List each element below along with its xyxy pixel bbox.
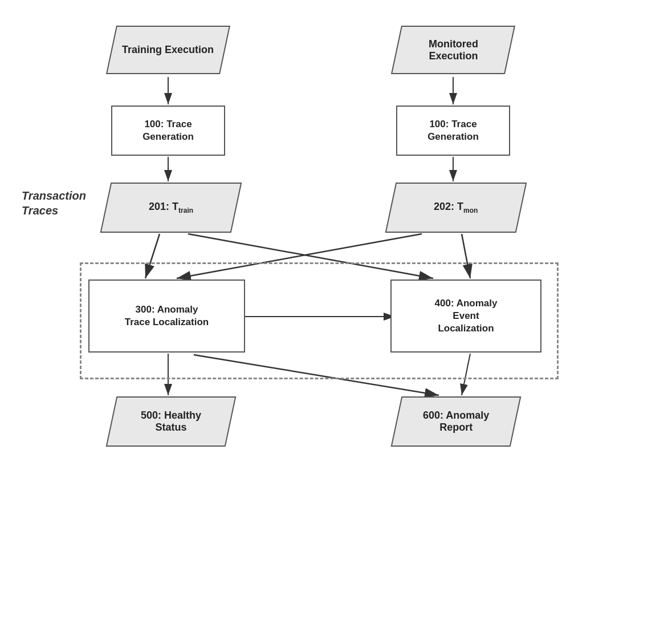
monitored-execution-label: MonitoredExecution (429, 38, 478, 62)
training-execution-node: Training Execution (106, 26, 230, 74)
trace-generation-left-label: 100: TraceGeneration (142, 118, 194, 143)
t-train-node: 201: Ttrain (100, 183, 242, 233)
diagram: Training Execution MonitoredExecution 10… (0, 0, 672, 644)
t-mon-node: 202: Tmon (385, 183, 527, 233)
healthy-status-label: 500: HealthyStatus (141, 410, 201, 434)
anomaly-event-localization-label: 400: AnomalyEventLocalization (435, 297, 498, 335)
transaction-traces-label: TransactionTraces (22, 188, 86, 218)
trace-generation-left-node: 100: TraceGeneration (111, 106, 225, 156)
trace-generation-right-label: 100: TraceGeneration (427, 118, 479, 143)
anomaly-event-localization-node: 400: AnomalyEventLocalization (390, 280, 541, 353)
anomaly-trace-localization-node: 300: AnomalyTrace Localization (88, 280, 245, 353)
anomaly-report-node: 600: AnomalyReport (391, 396, 522, 447)
anomaly-report-label: 600: AnomalyReport (423, 410, 489, 434)
t-mon-label: 202: Tmon (434, 201, 478, 214)
healthy-status-node: 500: HealthyStatus (106, 396, 237, 447)
training-execution-label: Training Execution (122, 44, 214, 56)
anomaly-trace-localization-label: 300: AnomalyTrace Localization (125, 303, 209, 329)
monitored-execution-node: MonitoredExecution (391, 26, 515, 74)
trace-generation-right-node: 100: TraceGeneration (396, 106, 510, 156)
t-train-label: 201: Ttrain (149, 201, 193, 214)
